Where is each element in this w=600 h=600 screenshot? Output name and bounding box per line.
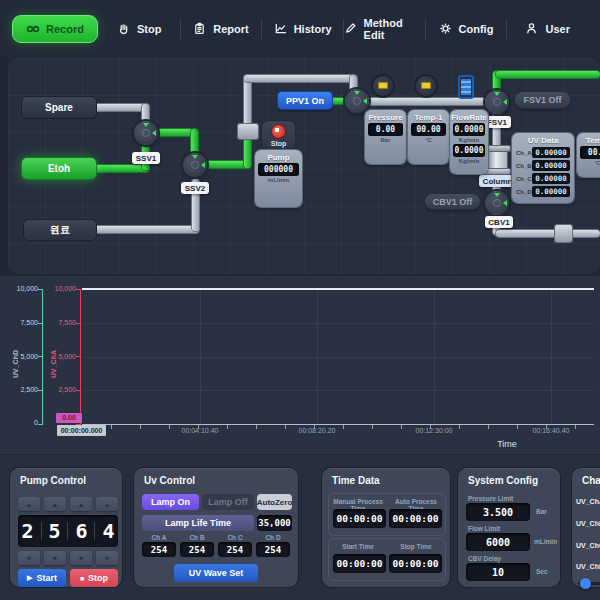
valve-core (191, 161, 199, 169)
digit-separator (94, 522, 95, 540)
valve-ppv1[interactable] (345, 89, 369, 113)
uv-data-row: Ch_B0.00000 (516, 160, 570, 171)
toolbar-stop[interactable]: Stop (99, 22, 180, 35)
x-axis-title: Time (487, 439, 527, 449)
cbv-delay-field[interactable]: 10 (466, 563, 530, 581)
toolbar-report[interactable]: Report (181, 22, 262, 35)
y-axis-chd-ticks (38, 289, 42, 426)
lamp-life-button[interactable]: Lamp Life Time (142, 515, 254, 531)
ppv1-on-button[interactable]: PPV1 On (278, 92, 332, 109)
chart-config-title: Chart C (582, 475, 600, 486)
chart-zoom-slider-thumb[interactable] (580, 578, 591, 589)
source-spare[interactable]: Spare (22, 97, 96, 118)
x-tick-4: 00:16:40.40 (519, 427, 583, 434)
pressure-limit-value: 3.500 (483, 507, 513, 518)
valve-ssv1[interactable] (134, 121, 158, 145)
record-icon (26, 23, 40, 35)
cbv-delay-value: 10 (492, 567, 504, 578)
chart-config-uv-chb[interactable]: UV_ChB (576, 520, 600, 527)
valve-ssv2[interactable] (183, 153, 207, 177)
digit1-down-button[interactable]: ▼ (18, 551, 40, 565)
valve-core (493, 98, 501, 106)
pump-start-button[interactable]: ▶ Start (18, 569, 66, 587)
ch-d-wavelength: 254 (256, 542, 290, 557)
down-arrow-icon: ▼ (26, 555, 33, 562)
cbv1-off-button[interactable]: CBV1 Off (425, 194, 480, 209)
ch-c-wavelength: 254 (218, 542, 252, 557)
pump-setpoint-display: 2 5 6 4 (18, 515, 118, 547)
temp2-title: Temp- (586, 136, 600, 145)
uv-chb-label: Ch_B (516, 163, 530, 169)
temp2-gauge: Temp- 00.0 °C (577, 133, 600, 177)
toolbar-method-edit[interactable]: Method Edit (344, 17, 425, 41)
pressure-gauge: Pressure 0.00 Bar (365, 110, 406, 164)
lamp-on-button[interactable]: Lamp On (142, 494, 199, 510)
uv-wave-set-button[interactable]: UV Wave Set (174, 564, 258, 582)
ch-b-wavelength: 254 (180, 542, 214, 557)
pipe-out-top (496, 71, 600, 78)
digit2-up-button[interactable]: ▲ (44, 497, 66, 511)
lamp-off-button[interactable]: Lamp Off (202, 494, 254, 510)
y-axis-cha-line (80, 289, 81, 425)
record-button[interactable]: Record (12, 15, 98, 43)
uv-chc-label: Ch_C (516, 176, 530, 182)
chart-config-uv-chd[interactable]: UV_ChD (576, 563, 600, 570)
fsv1-off-button[interactable]: FSV1 Off (515, 92, 570, 108)
tag-ssv2: SSV2 (181, 182, 209, 194)
autozero-button[interactable]: AutoZero (257, 494, 292, 510)
digit-4: 4 (102, 519, 114, 543)
digit-separator (41, 522, 42, 540)
pump-control-title: Pump Control (20, 475, 86, 486)
tag-cbv1-label: CBV1 (488, 218, 509, 227)
digit4-down-button[interactable]: ▼ (96, 551, 118, 565)
pipe-to-tee (244, 138, 251, 168)
flow-limit-field[interactable]: 6000 (466, 533, 530, 551)
toolbar-user[interactable]: User (507, 22, 588, 35)
system-config-title: System Config (468, 475, 538, 486)
flowrate-title: FlowRate (451, 113, 487, 122)
config-label: Config (459, 23, 494, 35)
ppv1-on-label: PPV1 On (286, 96, 324, 106)
tag-ssv2-label: SSV2 (185, 184, 205, 193)
toolbar-history[interactable]: History (262, 22, 343, 35)
digit3-up-button[interactable]: ▲ (70, 497, 92, 511)
digit2-down-button[interactable]: ▼ (44, 551, 66, 565)
digit1-up-button[interactable]: ▲ (18, 497, 40, 511)
system-config-panel: System Config Pressure Limit 3.500 Bar F… (458, 468, 560, 587)
pipe-raw (92, 226, 199, 233)
pump-value: 000000 (258, 163, 299, 176)
pipe-ssv1-out (156, 129, 194, 136)
digit-separator (67, 522, 68, 540)
start-time-value: 00:00:00 (337, 558, 383, 569)
gear-icon (439, 22, 452, 35)
chart-config-uv-cha[interactable]: UV_ChA (576, 498, 600, 505)
uv-data-row: Ch_C0.00000 (516, 173, 570, 184)
stop-label: Stop (137, 23, 161, 35)
control-dock: Pump Control ▲ ▲ ▲ ▲ 2 5 6 4 ▼ ▼ ▼ ▼ ▶ S… (0, 455, 600, 600)
source-spare-label: Spare (45, 102, 73, 113)
cha-tick-7500: 7,500 (46, 319, 76, 326)
chart-config-uv-chc[interactable]: UV_ChC (576, 542, 600, 549)
y-axis-cha-label: UV_ChA (50, 350, 57, 378)
source-raw[interactable]: 원료 (24, 220, 96, 240)
user-label: User (545, 23, 569, 35)
flow-limit-unit: mL/min (534, 538, 557, 545)
source-etoh-label: Etoh (48, 163, 70, 174)
stop-time-display: 00:00:00 (389, 554, 442, 573)
pump-stop-button[interactable]: Stop (262, 121, 295, 150)
pressure-limit-field[interactable]: 3.500 (466, 503, 530, 521)
digit3-down-button[interactable]: ▼ (70, 551, 92, 565)
ch-d-label: Ch D (256, 534, 290, 541)
toolbar-config[interactable]: Config (426, 22, 507, 35)
user-icon (525, 22, 538, 35)
down-arrow-icon: ▼ (78, 555, 85, 562)
x-cursor-readout: 00:00:00.000 (57, 425, 106, 436)
valve-fsv1[interactable] (485, 90, 509, 114)
digit4-up-button[interactable]: ▲ (96, 497, 118, 511)
pump-stop-button-dock[interactable]: ■ Stop (70, 569, 118, 587)
source-etoh[interactable]: Etoh (22, 158, 96, 179)
pump-start-label: Start (36, 573, 57, 583)
down-arrow-icon: ▼ (104, 555, 111, 562)
uv-data-row: Ch_D0.00000 (516, 186, 570, 197)
valve-cbv1[interactable] (485, 191, 509, 215)
